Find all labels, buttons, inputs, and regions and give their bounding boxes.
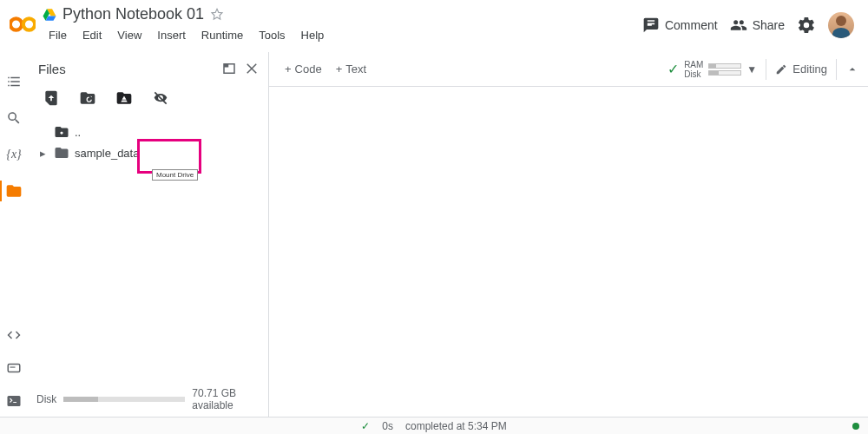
files-icon[interactable]	[5, 182, 23, 200]
tree-folder[interactable]: ▸ sample_data	[40, 142, 268, 163]
add-text-button[interactable]: + Text	[329, 59, 373, 79]
new-window-icon[interactable]	[221, 61, 237, 76]
command-palette-icon[interactable]	[5, 359, 23, 377]
body: {x} Files Mount Drive ..	[0, 52, 868, 417]
ram-label: RAM	[684, 60, 703, 69]
add-code-button[interactable]: + Code	[278, 59, 329, 79]
tree-folder-label: sample_data	[75, 147, 139, 160]
pencil-icon	[775, 63, 787, 76]
connection-dot	[852, 423, 859, 430]
people-icon	[730, 16, 747, 34]
menu-help[interactable]: Help	[294, 25, 332, 45]
check-icon: ✓	[361, 420, 370, 432]
notebook-canvas[interactable]	[269, 87, 868, 417]
mount-drive-tooltip: Mount Drive	[152, 169, 198, 181]
tree-parent[interactable]: ..	[40, 122, 268, 142]
status-time: 0s	[382, 420, 393, 432]
toc-icon[interactable]	[5, 73, 23, 90]
notebook-title[interactable]: Python Notebook 01	[62, 5, 204, 23]
disk-bar-small	[708, 70, 741, 76]
status-bar: ✓ 0s completed at 5:34 PM	[0, 417, 868, 434]
drive-icon	[42, 7, 57, 23]
check-icon: ✓	[667, 61, 679, 77]
variables-icon[interactable]: {x}	[5, 146, 23, 163]
svg-rect-2	[8, 365, 20, 372]
tree-parent-label: ..	[75, 126, 81, 139]
left-rail: {x}	[0, 52, 28, 417]
add-code-label: Code	[295, 62, 322, 76]
menu-file[interactable]: File	[42, 25, 74, 45]
divider	[766, 59, 766, 80]
search-icon[interactable]	[5, 109, 23, 127]
header-actions: Comment Share	[642, 12, 861, 38]
svg-point-0	[10, 18, 22, 30]
divider	[836, 59, 837, 80]
terminal-icon[interactable]	[5, 392, 23, 410]
svg-rect-3	[10, 367, 16, 368]
disk-available: 70.71 GB available	[192, 387, 260, 411]
editing-mode-button[interactable]: Editing	[775, 62, 827, 76]
resource-indicator[interactable]: ✓ RAM Disk ▼	[667, 60, 757, 79]
title-area: Python Notebook 01 File Edit View Insert…	[42, 5, 642, 45]
svg-point-1	[23, 18, 35, 30]
menu-view[interactable]: View	[110, 25, 148, 45]
svg-rect-6	[224, 64, 228, 68]
status-message: completed at 5:34 PM	[405, 420, 507, 432]
share-label: Share	[753, 18, 785, 32]
files-panel: Files Mount Drive .. ▸ sample_data	[28, 52, 269, 417]
star-icon[interactable]	[209, 7, 225, 23]
menu-tools[interactable]: Tools	[252, 25, 292, 45]
close-icon[interactable]	[244, 61, 260, 76]
upload-icon[interactable]	[42, 89, 61, 108]
comment-label: Comment	[665, 18, 718, 32]
comment-icon	[642, 16, 660, 34]
avatar[interactable]	[828, 12, 854, 38]
cell-toolbar: + Code + Text ✓ RAM Disk	[269, 52, 868, 87]
refresh-icon[interactable]	[78, 89, 97, 108]
menu-insert[interactable]: Insert	[150, 25, 193, 45]
folder-up-icon	[54, 124, 69, 140]
plus-icon: +	[336, 62, 343, 76]
collapse-icon[interactable]	[845, 62, 859, 76]
svg-rect-4	[8, 396, 21, 406]
caret-down-icon[interactable]: ▼	[746, 63, 757, 76]
main-area: + Code + Text ✓ RAM Disk	[269, 52, 868, 417]
disk-label: Disk	[36, 393, 56, 405]
code-snippets-icon[interactable]	[5, 326, 23, 344]
comment-button[interactable]: Comment	[642, 16, 718, 34]
colab-logo[interactable]	[7, 9, 38, 40]
disk-label: Disk	[684, 69, 703, 79]
gear-icon[interactable]	[797, 16, 816, 35]
menu-runtime[interactable]: Runtime	[194, 25, 250, 45]
toolbar-right: ✓ RAM Disk ▼ Editing	[667, 59, 859, 80]
mount-drive-icon[interactable]	[115, 89, 134, 108]
add-text-label: Text	[345, 62, 366, 76]
editing-label: Editing	[792, 62, 827, 76]
disk-bar	[63, 397, 185, 402]
folder-icon	[54, 145, 69, 161]
toggle-hidden-icon[interactable]	[151, 89, 170, 108]
files-toolbar	[28, 82, 268, 115]
disk-footer: Disk 70.71 GB available	[28, 382, 268, 417]
file-tree: .. ▸ sample_data	[28, 115, 268, 163]
plus-icon: +	[285, 62, 292, 76]
menu-bar: File Edit View Insert Runtime Tools Help	[42, 25, 642, 45]
files-title: Files	[38, 62, 221, 76]
app-header: Python Notebook 01 File Edit View Insert…	[0, 0, 868, 52]
ram-bar	[708, 63, 741, 69]
share-button[interactable]: Share	[730, 16, 785, 34]
menu-edit[interactable]: Edit	[76, 25, 108, 45]
